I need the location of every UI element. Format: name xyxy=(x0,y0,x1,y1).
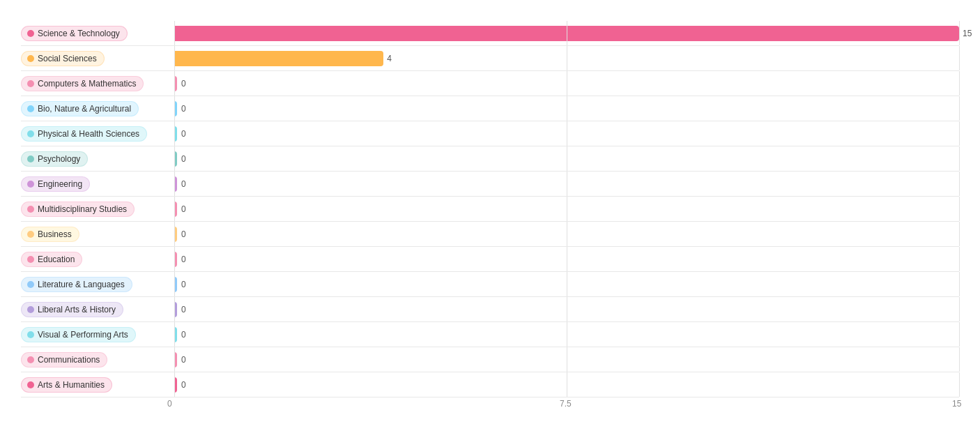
x-tick-label: 15 xyxy=(952,399,961,409)
bar-dot xyxy=(27,181,34,188)
bar-label-text: Physical & Health Sciences xyxy=(38,129,139,139)
bar-label-text: Education xyxy=(38,255,75,264)
bar-value-label: 0 xyxy=(181,154,186,164)
bar-value-label: 0 xyxy=(181,204,186,214)
bar-value-label: 0 xyxy=(181,129,186,139)
bar-dot xyxy=(27,256,34,263)
chart-row: Science & Technology15 xyxy=(21,21,959,46)
bar-dot xyxy=(27,331,34,338)
bar-dot xyxy=(27,281,34,288)
bar-value-label: 0 xyxy=(181,79,186,89)
bar-label-text: Bio, Nature & Agricultural xyxy=(38,104,131,114)
bar-label-text: Liberal Arts & History xyxy=(38,305,116,314)
bar-dot xyxy=(27,80,34,87)
bar-dot xyxy=(27,231,34,238)
bar-dot xyxy=(27,30,34,37)
bar-value-label: 0 xyxy=(181,305,186,314)
bar-label-text: Business xyxy=(38,229,72,239)
bar-dot xyxy=(27,55,34,62)
bar-label-text: Multidisciplinary Studies xyxy=(38,204,127,214)
chart-row: Education0 xyxy=(21,247,959,272)
bar-fill xyxy=(174,51,383,66)
bar-value-label: 0 xyxy=(181,355,186,365)
bar-value-label: 0 xyxy=(181,229,186,239)
bar-dot xyxy=(27,155,34,162)
chart-row: Liberal Arts & History0 xyxy=(21,297,959,322)
chart-row: Engineering0 xyxy=(21,172,959,197)
bar-label-text: Arts & Humanities xyxy=(38,380,105,390)
x-axis-container: 07.515 xyxy=(21,399,959,413)
bar-label-text: Science & Technology xyxy=(38,29,120,38)
chart-area: Science & Technology15Social Sciences4Co… xyxy=(21,21,959,397)
chart-row: Physical & Health Sciences0 xyxy=(21,121,959,146)
chart-row: Bio, Nature & Agricultural0 xyxy=(21,96,959,121)
bar-label-text: Psychology xyxy=(38,154,80,164)
bar-value-label: 0 xyxy=(181,179,186,189)
x-tick-label: 0 xyxy=(167,399,172,409)
bar-value-label: 0 xyxy=(181,255,186,264)
chart-row: Arts & Humanities0 xyxy=(21,372,959,397)
bar-dot xyxy=(27,381,34,388)
bar-dot xyxy=(27,206,34,213)
bar-label-text: Engineering xyxy=(38,179,82,189)
bar-dot xyxy=(27,356,34,363)
bar-value-label: 0 xyxy=(181,380,186,390)
bar-dot xyxy=(27,105,34,112)
bar-value-label: 0 xyxy=(181,330,186,340)
bar-label-text: Visual & Performing Arts xyxy=(38,330,128,340)
chart-row: Literature & Languages0 xyxy=(21,272,959,297)
bar-value-label: 15 xyxy=(963,29,972,38)
chart-row: Social Sciences4 xyxy=(21,46,959,71)
bar-value-label: 0 xyxy=(181,280,186,289)
bar-label-text: Literature & Languages xyxy=(38,280,125,289)
bar-label-text: Computers & Mathematics xyxy=(38,79,136,89)
bar-dot xyxy=(27,130,34,137)
bar-value-label: 4 xyxy=(387,54,392,63)
x-tick-label: 7.5 xyxy=(560,399,572,409)
chart-row: Visual & Performing Arts0 xyxy=(21,322,959,347)
bar-label-text: Social Sciences xyxy=(38,54,97,63)
chart-row: Communications0 xyxy=(21,347,959,372)
bar-label-text: Communications xyxy=(38,355,100,365)
chart-row: Psychology0 xyxy=(21,146,959,172)
chart-row: Multidisciplinary Studies0 xyxy=(21,197,959,222)
chart-row: Computers & Mathematics0 xyxy=(21,71,959,96)
chart-row: Business0 xyxy=(21,222,959,247)
bar-dot xyxy=(27,306,34,313)
bar-value-label: 0 xyxy=(181,104,186,114)
